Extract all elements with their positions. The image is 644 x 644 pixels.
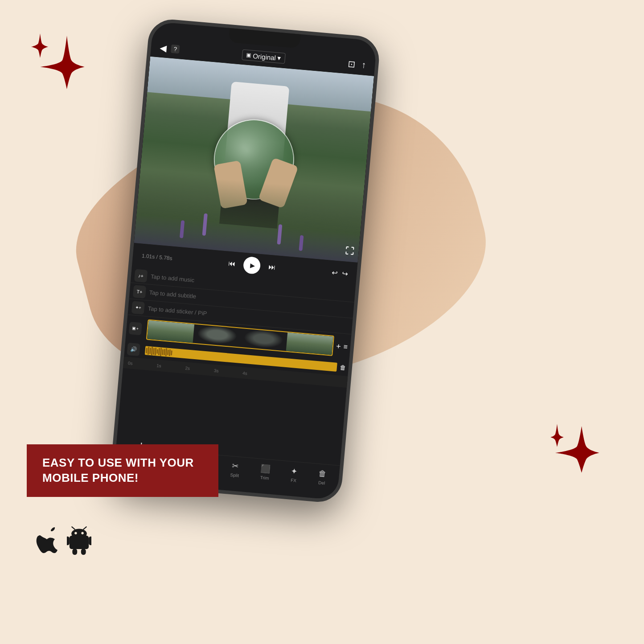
subtitle-track-icon: T+ <box>136 289 143 295</box>
track-add-icon[interactable]: + <box>336 341 341 351</box>
svg-rect-7 <box>89 537 91 546</box>
dropdown-icon: ▾ <box>277 54 282 62</box>
topbar-title[interactable]: ▣ Original ▾ <box>242 49 285 64</box>
toolbar-split[interactable]: ✂ Split <box>230 461 240 478</box>
svg-point-1 <box>71 529 87 539</box>
svg-point-2 <box>74 532 77 534</box>
split-icon: ✂ <box>232 461 239 471</box>
timeline-marker-0: 0s <box>128 360 133 365</box>
sparkle-bottom-right <box>550 424 599 475</box>
svg-point-3 <box>81 532 83 534</box>
svg-line-5 <box>83 527 86 529</box>
svg-rect-9 <box>81 549 86 555</box>
skip-back-button[interactable]: ⏮ <box>228 259 236 268</box>
split-label: Split <box>230 472 239 478</box>
timeline-marker-3: 3s <box>214 368 219 373</box>
svg-rect-8 <box>72 549 77 555</box>
del-toolbar-icon: 🗑 <box>318 469 327 479</box>
volume-icon: 🔊 <box>130 346 137 353</box>
apple-icon <box>36 527 58 554</box>
video-preview <box>134 57 374 263</box>
video-track-icon: ▣+ <box>132 326 139 331</box>
toolbar-fx[interactable]: ✦ FX <box>290 466 298 483</box>
red-banner: EASY TO USE WITH YOUR MOBILE PHONE! <box>27 444 218 497</box>
redo-button[interactable]: ↪ <box>342 269 349 278</box>
sticker-track-icon: ✦+ <box>135 305 142 310</box>
android-icon <box>67 526 91 555</box>
back-icon[interactable]: ◀ <box>160 42 167 53</box>
timeline-tracks: ♪+ Tap to add music T+ Tap to add subtit… <box>116 267 356 465</box>
del-icon[interactable]: 🗑 <box>339 364 346 371</box>
save-icon[interactable]: ⊡ <box>347 58 356 70</box>
toolbar-del[interactable]: 🗑 Del <box>317 469 327 485</box>
banner-text: EASY TO USE WITH YOUR MOBILE PHONE! <box>42 455 203 486</box>
phone-container: ◀ ? ▣ Original ▾ ⊡ ↑ <box>109 17 381 504</box>
phone-screen: ◀ ? ▣ Original ▾ ⊡ ↑ <box>113 21 377 500</box>
help-icon[interactable]: ? <box>171 44 180 53</box>
trim-label: Trim <box>260 475 269 481</box>
music-track-label: Tap to add music <box>150 273 194 284</box>
svg-rect-6 <box>67 537 70 546</box>
svg-line-4 <box>72 527 75 529</box>
os-icons-container <box>36 526 91 555</box>
fx-label: FX <box>291 478 297 483</box>
sparkle-top-left <box>31 31 85 91</box>
skip-forward-button[interactable]: ⏭ <box>268 263 276 271</box>
trim-icon: ⬛ <box>260 464 271 474</box>
aspect-ratio-icon: ▣ <box>246 52 251 58</box>
track-split-icon[interactable]: ≡ <box>343 343 348 351</box>
subtitle-track-label: Tap to add subtitle <box>149 289 196 300</box>
share-icon[interactable]: ↑ <box>361 60 366 71</box>
phone-frame: ◀ ? ▣ Original ▾ ⊡ ↑ <box>109 17 381 504</box>
fx-icon: ✦ <box>291 466 298 476</box>
timeline-marker-1: 1s <box>156 363 161 368</box>
play-button[interactable]: ▶ <box>243 256 261 275</box>
sticker-track-label: Tap to add sticker / PiP <box>148 305 207 317</box>
timeline-marker-2: 2s <box>185 365 190 371</box>
expand-icon[interactable] <box>345 246 355 258</box>
undo-button[interactable]: ↩ <box>332 268 338 277</box>
music-track-icon: ♪+ <box>138 273 144 279</box>
timeline-marker-4: 4s <box>242 370 247 376</box>
time-display: 1.01s / 5.78s <box>141 253 172 262</box>
toolbar-trim[interactable]: ⬛ Trim <box>259 464 271 481</box>
del-label: Del <box>318 480 325 485</box>
